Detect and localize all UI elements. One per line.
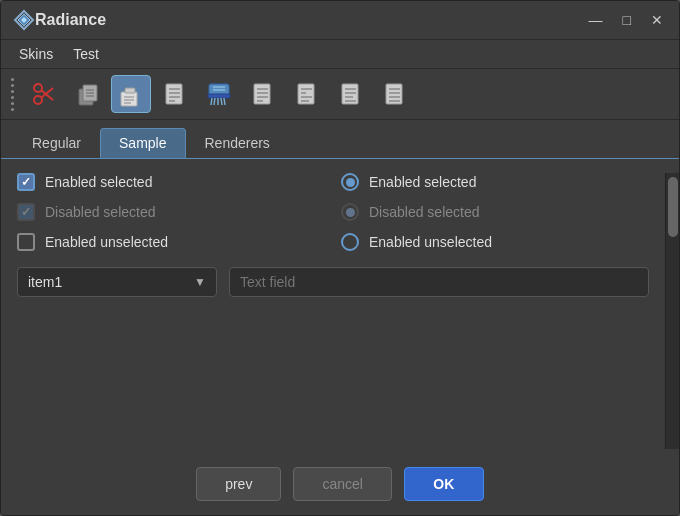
menu-skins[interactable]: Skins xyxy=(9,44,63,64)
checkbox-enabled-unselected[interactable] xyxy=(17,233,35,251)
shredder-icon xyxy=(205,80,233,108)
checkbox-disabled-selected xyxy=(17,203,35,221)
radio-enabled-unselected-wrapper: Enabled unselected xyxy=(341,233,665,251)
doc2-button[interactable] xyxy=(243,75,283,113)
drag-handle xyxy=(9,78,15,111)
radio-disabled-selected-wrapper: Disabled selected xyxy=(341,203,665,221)
radio-disabled-selected-label: Disabled selected xyxy=(369,204,480,220)
menu-test[interactable]: Test xyxy=(63,44,109,64)
dialog: Radiance — □ ✕ Skins Test xyxy=(0,0,680,516)
copy-icon xyxy=(73,80,101,108)
svg-line-28 xyxy=(224,98,225,105)
radio-enabled-selected[interactable] xyxy=(341,173,359,191)
doc1-button[interactable] xyxy=(155,75,195,113)
content-scroll-area: Enabled selected Enabled selected Disabl… xyxy=(1,159,679,457)
paste-icon xyxy=(117,80,145,108)
chevron-down-icon: ▼ xyxy=(194,275,206,289)
checkbox-enabled-selected-wrapper: Enabled selected xyxy=(17,173,341,191)
dropdown-value: item1 xyxy=(28,274,194,290)
svg-point-3 xyxy=(34,84,42,92)
checkbox-enabled-selected-label: Enabled selected xyxy=(45,174,152,190)
menu-bar: Skins Test xyxy=(1,40,679,69)
row-enabled-unselected: Enabled unselected Enabled unselected xyxy=(17,233,665,251)
doc5-icon xyxy=(381,80,409,108)
doc1-icon xyxy=(161,80,189,108)
app-logo xyxy=(13,9,35,31)
footer: prev cancel OK xyxy=(1,457,679,515)
svg-point-4 xyxy=(34,96,42,104)
text-field-input[interactable] xyxy=(229,267,649,297)
doc3-icon xyxy=(293,80,321,108)
svg-rect-23 xyxy=(208,94,230,98)
copy-button[interactable] xyxy=(67,75,107,113)
scrollbar-thumb[interactable] xyxy=(668,177,678,237)
doc5-button[interactable] xyxy=(375,75,415,113)
maximize-button[interactable]: □ xyxy=(619,11,635,29)
svg-line-25 xyxy=(214,98,215,105)
window-controls: — □ ✕ xyxy=(585,11,667,29)
checkbox-disabled-selected-wrapper: Disabled selected xyxy=(17,203,341,221)
paste-button[interactable] xyxy=(111,75,151,113)
tabs: Regular Sample Renderers xyxy=(1,120,679,158)
radio-enabled-selected-wrapper: Enabled selected xyxy=(341,173,665,191)
radio-enabled-unselected[interactable] xyxy=(341,233,359,251)
dropdown-item[interactable]: item1 ▼ xyxy=(17,267,217,297)
toolbar xyxy=(1,69,679,120)
tab-sample[interactable]: Sample xyxy=(100,128,185,158)
scroll-content: Enabled selected Enabled selected Disabl… xyxy=(17,173,665,449)
doc3-button[interactable] xyxy=(287,75,327,113)
row-inputs: item1 ▼ xyxy=(17,267,665,297)
scissors-button[interactable] xyxy=(23,75,63,113)
shredder-button[interactable] xyxy=(199,75,239,113)
row-disabled-selected: Disabled selected Disabled selected xyxy=(17,203,665,221)
svg-line-27 xyxy=(221,98,222,105)
checkbox-enabled-unselected-wrapper: Enabled unselected xyxy=(17,233,341,251)
window-title: Radiance xyxy=(35,11,585,29)
doc4-button[interactable] xyxy=(331,75,371,113)
row-enabled-selected: Enabled selected Enabled selected xyxy=(17,173,665,191)
close-button[interactable]: ✕ xyxy=(647,11,667,29)
prev-button[interactable]: prev xyxy=(196,467,281,501)
svg-rect-13 xyxy=(125,88,135,93)
svg-rect-12 xyxy=(121,92,137,106)
radio-enabled-selected-label: Enabled selected xyxy=(369,174,476,190)
title-bar: Radiance — □ ✕ xyxy=(1,1,679,40)
svg-line-24 xyxy=(211,98,212,105)
radio-disabled-selected xyxy=(341,203,359,221)
tab-regular[interactable]: Regular xyxy=(13,128,100,158)
scrollbar[interactable] xyxy=(665,173,679,449)
checkbox-enabled-selected[interactable] xyxy=(17,173,35,191)
cancel-button[interactable]: cancel xyxy=(293,467,391,501)
checkbox-disabled-selected-label: Disabled selected xyxy=(45,204,156,220)
radio-enabled-unselected-label: Enabled unselected xyxy=(369,234,492,250)
checkbox-enabled-unselected-label: Enabled unselected xyxy=(45,234,168,250)
ok-button[interactable]: OK xyxy=(404,467,484,501)
tab-renderers[interactable]: Renderers xyxy=(186,128,289,158)
minimize-button[interactable]: — xyxy=(585,11,607,29)
text-field-wrapper xyxy=(229,267,649,297)
scissors-icon xyxy=(29,80,57,108)
doc2-icon xyxy=(249,80,277,108)
content-area: Enabled selected Enabled selected Disabl… xyxy=(1,158,679,515)
doc4-icon xyxy=(337,80,365,108)
